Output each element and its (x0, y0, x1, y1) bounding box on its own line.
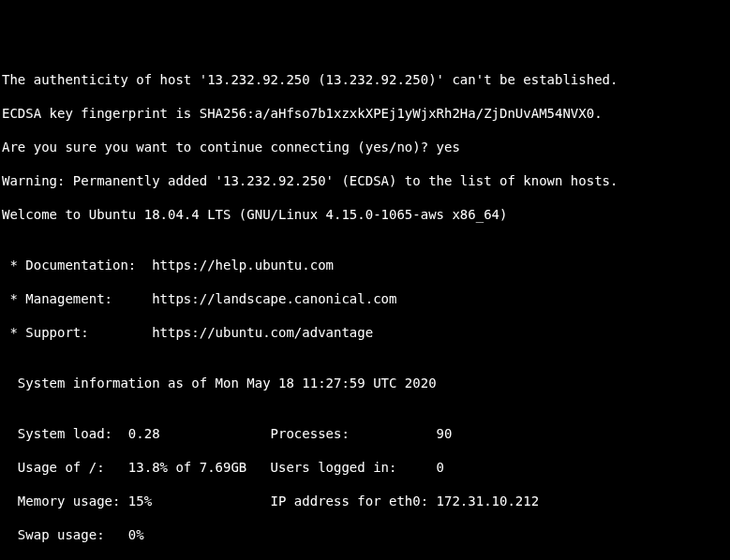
terminal-line: Memory usage: 15% IP address for eth0: 1… (2, 493, 728, 509)
terminal-line: * Management: https://landscape.canonica… (2, 290, 728, 307)
terminal-line: The authenticity of host '13.232.92.250 … (2, 71, 728, 88)
terminal-line: Warning: Permanently added '13.232.92.25… (2, 172, 728, 189)
terminal-line: * Documentation: https://help.ubuntu.com (2, 257, 728, 273)
terminal-line: ECDSA key fingerprint is SHA256:a/aHfso7… (2, 105, 728, 122)
terminal-line: System information as of Mon May 18 11:2… (2, 375, 728, 391)
terminal-line: * Support: https://ubuntu.com/advantage (2, 324, 728, 341)
terminal-line: Welcome to Ubuntu 18.04.4 LTS (GNU/Linux… (2, 206, 728, 223)
terminal-line: System load: 0.28 Processes: 90 (2, 425, 728, 442)
terminal-line: Swap usage: 0% (2, 526, 728, 543)
terminal-line: Usage of /: 13.8% of 7.69GB Users logged… (2, 459, 728, 476)
terminal-line: Are you sure you want to continue connec… (2, 139, 728, 155)
